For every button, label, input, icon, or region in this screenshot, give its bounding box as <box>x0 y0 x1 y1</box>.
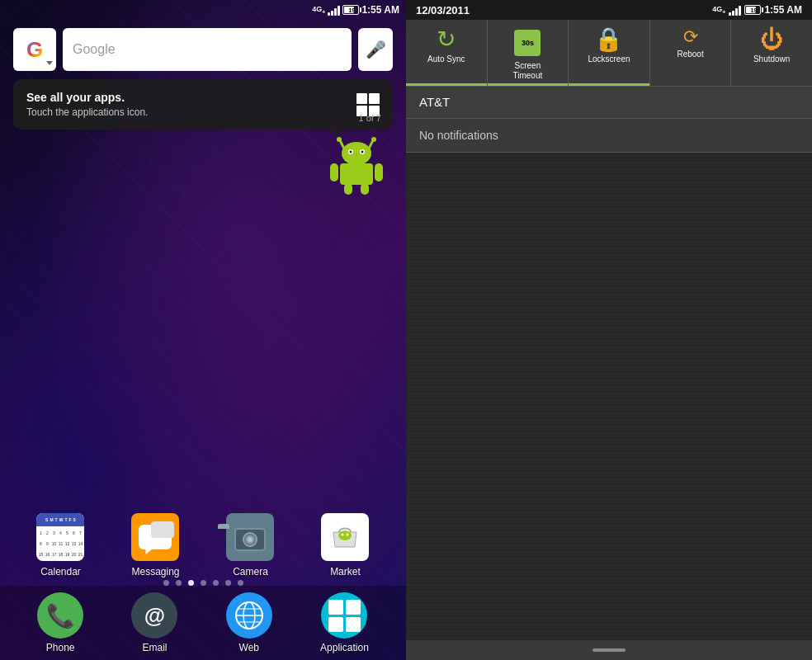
no-notifications-row: No notifications <box>406 119 812 153</box>
mic-button[interactable]: 🎤 <box>358 28 393 71</box>
carrier-name: AT&T <box>419 95 450 109</box>
android-robot-image <box>323 132 389 198</box>
google-button[interactable]: G <box>13 28 56 71</box>
page-dots <box>0 580 406 586</box>
svg-point-6 <box>350 151 352 153</box>
dock-item-web[interactable]: Web <box>226 592 272 653</box>
messaging-icon <box>131 513 179 561</box>
dock-item-application[interactable]: Application <box>320 592 369 653</box>
dock-item-phone[interactable]: 📞 Phone <box>37 592 83 653</box>
signal-bar-1 <box>328 12 330 16</box>
qs-btn-shutdown[interactable]: ⏻ Shutdown <box>731 20 812 86</box>
right-signal-bars-icon <box>729 4 741 16</box>
svg-point-3 <box>371 137 376 142</box>
app-label-messaging: Messaging <box>131 566 179 578</box>
svg-rect-11 <box>375 163 383 182</box>
page-dot-4[interactable] <box>201 580 206 586</box>
dock-label-email: Email <box>142 642 167 653</box>
signal-bar-2 <box>331 11 333 16</box>
qs-label-autosync: Auto Sync <box>427 54 465 64</box>
right-network-type-icon: 4G+ <box>712 6 725 15</box>
qs-btn-autosync[interactable]: ↻ Auto Sync <box>406 20 488 86</box>
market-icon <box>321 513 369 561</box>
battery-number: 19 <box>344 7 359 13</box>
carrier-row: AT&T <box>406 87 812 119</box>
bottom-dock: 📞 Phone @ Email Web <box>0 586 406 660</box>
left-time: 1:55 AM <box>361 4 399 16</box>
dock-label-phone: Phone <box>46 642 75 653</box>
no-notifications-text: No notifications <box>419 129 498 142</box>
page-dot-7[interactable] <box>238 580 243 586</box>
right-status-icons: 4G+ 19 1:55 AM <box>712 4 802 16</box>
battery-icon: 19 <box>342 5 359 15</box>
search-widget: G Google 🎤 <box>13 28 393 71</box>
app-label-camera: Camera <box>233 566 268 578</box>
search-bar[interactable]: Google <box>63 28 352 71</box>
svg-rect-9 <box>340 163 373 185</box>
left-status-icons: 4G+ 19 1:55 AM <box>312 4 399 16</box>
left-status-bar: 4G+ 19 1:55 AM <box>0 0 406 20</box>
app-grid: S M T W T F S 1234567 891011121314 15161… <box>0 513 406 578</box>
dock-label-web: Web <box>239 642 259 653</box>
svg-point-8 <box>361 151 364 153</box>
app-item-calendar[interactable]: S M T W T F S 1234567 891011121314 15161… <box>36 513 84 578</box>
tooltip-text-block: See all your apps. Touch the application… <box>26 91 347 118</box>
phone-icon: 📞 <box>37 592 83 639</box>
app-label-market: Market <box>330 566 361 578</box>
page-dot-5[interactable] <box>213 580 219 586</box>
dock-item-email[interactable]: @ Email <box>131 592 177 653</box>
svg-point-17 <box>347 534 349 536</box>
right-battery-number: 19 <box>746 7 761 13</box>
svg-point-16 <box>342 534 344 536</box>
signal-bar-4 <box>338 6 340 16</box>
qs-btn-lockscreen[interactable]: 🔒 Lockscreen <box>569 20 650 86</box>
page-dot-3[interactable] <box>188 580 194 586</box>
google-dropdown-arrow-icon <box>46 61 53 68</box>
qs-label-screentimeout: ScreenTimeout <box>513 61 543 81</box>
network-type-icon: 4G+ <box>312 6 325 15</box>
page-dot-2[interactable] <box>176 580 182 586</box>
tooltip-bubble: See all your apps. Touch the application… <box>13 79 393 130</box>
page-dot-6[interactable] <box>225 580 231 586</box>
qs-btn-screentimeout[interactable]: 30s ScreenTimeout <box>488 20 569 86</box>
handle-bar-icon <box>592 648 626 652</box>
svg-point-4 <box>342 142 371 165</box>
qs-btn-reboot[interactable]: ⟳ Reboot <box>650 20 732 86</box>
right-date: 12/03/2011 <box>416 4 470 16</box>
email-icon: @ <box>131 592 177 639</box>
svg-point-1 <box>337 137 342 142</box>
tooltip-title: See all your apps. <box>26 91 347 104</box>
shutdown-icon: ⏻ <box>760 28 783 51</box>
dock-label-application: Application <box>320 642 369 653</box>
qs-label-shutdown: Shutdown <box>753 54 790 64</box>
left-panel: 4G+ 19 1:55 AM G Google 🎤 <box>0 0 406 660</box>
mic-icon: 🎤 <box>366 40 386 59</box>
camera-icon <box>226 513 274 561</box>
right-time: 1:55 AM <box>764 4 802 16</box>
screen-timeout-icon: 30s <box>512 28 542 58</box>
sync-icon: ↻ <box>437 28 456 51</box>
search-placeholder: Google <box>73 42 342 57</box>
right-status-bar: 12/03/2011 4G+ 19 1:55 AM <box>406 0 812 20</box>
google-g-logo: G <box>26 37 43 63</box>
svg-point-15 <box>338 530 352 540</box>
page-dot-1[interactable] <box>163 580 169 586</box>
app-item-messaging[interactable]: Messaging <box>131 513 179 578</box>
svg-rect-13 <box>361 183 369 195</box>
svg-rect-12 <box>344 183 352 195</box>
app-label-calendar: Calendar <box>40 566 81 578</box>
application-icon <box>321 592 367 639</box>
quick-settings-row: ↻ Auto Sync 30s ScreenTimeout 🔒 Lockscre… <box>406 20 812 87</box>
app-item-market[interactable]: Market <box>321 513 369 578</box>
signal-bar-3 <box>334 8 337 16</box>
reboot-icon: ⟳ <box>683 28 698 46</box>
app-item-camera[interactable]: Camera <box>226 513 274 578</box>
bottom-handle[interactable] <box>406 640 812 660</box>
web-icon <box>226 592 272 639</box>
tooltip-subtitle: Touch the applications icon. <box>26 106 347 118</box>
qs-label-reboot: Reboot <box>677 50 703 59</box>
right-panel: 12/03/2011 4G+ 19 1:55 AM ↻ Auto Sync <box>406 0 812 660</box>
signal-bars-icon <box>328 4 340 16</box>
notification-area <box>406 153 812 640</box>
calendar-icon: S M T W T F S 1234567 891011121314 15161… <box>36 513 84 561</box>
